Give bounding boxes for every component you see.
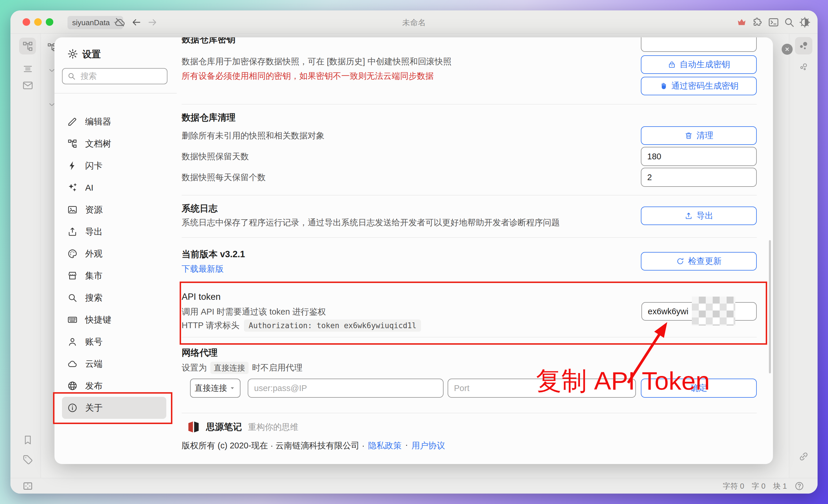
purge-button-label: 清理 <box>697 130 713 141</box>
repo-key-desc: 数据仓库用于加密保存数据快照，可在 [数据历史] 中创建快照和回滚快照 <box>182 56 451 68</box>
sidebar-item-assets[interactable]: 资源 <box>62 199 166 221</box>
retention-days-label: 数据快照保留天数 <box>182 147 249 166</box>
repo-key-heading: 数据仓库密钥 <box>182 37 236 45</box>
export-icon <box>67 226 78 237</box>
dock-left <box>10 34 41 478</box>
user-agreement-link[interactable]: 用户协议 <box>411 440 445 452</box>
proxy-type-value: 直接连接 <box>195 383 227 394</box>
check-update-button[interactable]: 检查更新 <box>641 252 757 270</box>
cloud-sync-off-icon[interactable] <box>114 16 126 28</box>
sidebar-item-about[interactable]: 关于 <box>62 397 166 419</box>
sidebar-item-flashcard[interactable]: 闪卡 <box>62 155 166 177</box>
sidebar-item-ai[interactable]: AI <box>62 177 166 199</box>
section-divider <box>182 237 757 238</box>
sidebar-item-label: 发布 <box>85 380 102 392</box>
file-tree-icon[interactable] <box>22 41 34 52</box>
purge-desc: 删除所有未引用的快照和相关数据对象 <box>182 126 325 145</box>
sidebar-item-hotkeys[interactable]: 快捷键 <box>62 309 166 331</box>
terminal-icon[interactable] <box>768 16 779 28</box>
auto-generate-key-label: 自动生成密钥 <box>680 59 730 70</box>
purge-button[interactable]: 清理 <box>641 126 757 145</box>
trash-icon <box>684 131 693 140</box>
proxy-desc-chip: 直接连接 <box>210 362 249 374</box>
sidebar-item-doctree[interactable]: 文档树 <box>62 133 166 155</box>
proxy-desc-prefix: 设置为 <box>182 362 207 374</box>
zoom-window-button[interactable] <box>46 18 53 26</box>
sidebar-item-label: 闪卡 <box>85 160 102 172</box>
dialog-close-button[interactable] <box>782 44 793 55</box>
sidebar-item-label: 搜索 <box>85 292 102 304</box>
sidebar-item-bazaar[interactable]: 集市 <box>62 265 166 287</box>
select-caret-icon <box>229 385 236 392</box>
proxy-desc-suffix: 时不启用代理 <box>252 362 302 374</box>
global-search-icon[interactable] <box>783 16 795 28</box>
password-generate-key-label: 通过密码生成密钥 <box>671 80 739 92</box>
app-slogan: 重构你的思维 <box>248 420 298 434</box>
sidebar-item-label: 文档树 <box>85 138 111 150</box>
daily-keep-input[interactable] <box>641 168 757 187</box>
dialog-scrollbar[interactable] <box>769 240 771 373</box>
help-icon[interactable] <box>794 481 804 491</box>
sidebar-item-label: 编辑器 <box>85 116 111 128</box>
gear-icon <box>67 48 78 59</box>
forward-icon[interactable] <box>147 16 158 28</box>
repo-key-input-clipped[interactable] <box>641 37 757 52</box>
sidebar-item-export[interactable]: 导出 <box>62 221 166 243</box>
close-icon <box>784 46 790 52</box>
plugin-puzzle-icon[interactable] <box>752 16 764 28</box>
settings-search-box[interactable] <box>62 68 167 84</box>
backlink-icon[interactable] <box>798 451 810 462</box>
download-latest-link[interactable]: 下载最新版 <box>182 263 224 275</box>
inbox-mail-icon[interactable] <box>22 80 34 91</box>
proxy-heading: 网络代理 <box>182 347 217 359</box>
sidebar-item-account[interactable]: 账号 <box>62 331 166 353</box>
sparkles-icon <box>67 182 78 193</box>
sidebar-item-label: 资源 <box>85 204 102 216</box>
daily-keep-label: 数据快照每天保留个数 <box>182 168 266 187</box>
back-icon[interactable] <box>131 16 142 28</box>
hand-icon <box>659 82 668 90</box>
sidebar-item-search[interactable]: 搜索 <box>62 287 166 309</box>
system-log-desc: 系统日志中保存了程序运行记录，通过导出系统日志发送给开发者可以更好地帮助开发者诊… <box>182 217 560 228</box>
settings-search-input[interactable] <box>80 71 162 81</box>
sidebar-item-publish[interactable]: 发布 <box>62 375 166 397</box>
proxy-port-input[interactable] <box>448 379 636 398</box>
graph-view-icon[interactable] <box>797 39 810 52</box>
status-char-count: 字符 0 <box>723 481 744 491</box>
sidebar-item-cloud[interactable]: 云端 <box>62 353 166 375</box>
statusbar: 字符 0 字 0 块 1 <box>10 478 818 494</box>
cloud-icon <box>67 359 78 369</box>
proxy-address-input[interactable] <box>248 379 444 398</box>
bookmark-icon[interactable] <box>22 434 33 446</box>
proxy-type-select[interactable]: 直接连接 <box>190 379 241 398</box>
expand-window-icon[interactable] <box>22 480 34 492</box>
copyright-text: 版权所有 (c) 2020-现在 · 云南链滴科技有限公司 · <box>182 440 365 452</box>
api-token-input[interactable] <box>641 302 757 321</box>
api-token-desc: 调用 API 时需要通过该 token 进行鉴权 <box>182 306 326 318</box>
info-icon <box>67 403 78 413</box>
password-generate-key-button[interactable]: 通过密码生成密钥 <box>641 77 757 95</box>
retention-days-input[interactable] <box>641 147 757 166</box>
globe-icon <box>67 381 78 391</box>
proxy-confirm-button[interactable]: 确定 <box>641 379 757 398</box>
tag-icon[interactable] <box>22 454 34 465</box>
vip-crown-icon[interactable] <box>736 16 747 28</box>
auto-generate-key-button[interactable]: 自动生成密钥 <box>641 55 757 74</box>
close-window-button[interactable] <box>23 18 30 26</box>
sidebar-item-appearance[interactable]: 外观 <box>62 243 166 265</box>
export-log-button[interactable]: 导出 <box>641 207 757 225</box>
theme-mode-icon[interactable] <box>799 16 811 28</box>
search-icon <box>67 72 76 81</box>
sidebar-item-label: 关于 <box>85 402 102 414</box>
outline-icon[interactable] <box>22 63 34 75</box>
privacy-policy-link[interactable]: 隐私政策 <box>368 440 402 452</box>
repo-key-warning: 所有设备必须使用相同的密钥，如果密钥不一致则无法云端同步数据 <box>182 70 434 82</box>
flash-icon <box>67 161 78 171</box>
minimize-window-button[interactable] <box>34 18 42 26</box>
relations-graph-icon[interactable] <box>798 61 809 73</box>
status-block-count: 块 1 <box>773 481 787 491</box>
palette-icon <box>67 249 78 259</box>
sidebar-item-editor[interactable]: 编辑器 <box>62 111 166 133</box>
refresh-icon <box>676 257 685 266</box>
workspace-name: siyuanData <box>72 18 110 27</box>
